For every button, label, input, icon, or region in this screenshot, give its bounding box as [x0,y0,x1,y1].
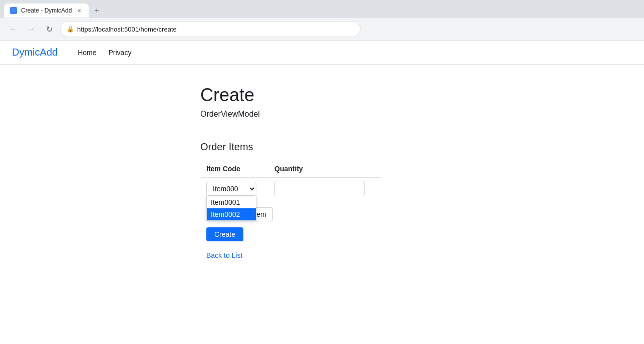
items-table: Item Code Quantity Item0001 Item0002 Ite… [200,161,381,199]
main-form-area: Create OrderViewModel Order Items Item C… [0,65,644,279]
back-nav-button[interactable]: ← [6,22,20,36]
nav-link-privacy[interactable]: Privacy [109,49,132,57]
lock-icon: 🔒 [67,26,74,33]
dropdown-open: Item0001 Item0002 [206,196,256,221]
forward-nav-button[interactable]: → [24,22,38,36]
order-items-title: Order Items [200,141,644,153]
dropdown-option-item0002[interactable]: Item0002 [207,208,256,220]
nav-link-home[interactable]: Home [78,49,96,57]
item-select-container: Item0001 Item0002 Item0001 Item0002 [206,182,262,196]
tab-bar: Create - DymicAdd ✕ + [0,0,644,18]
table-row: Item0001 Item0002 Item0001 Item0002 [200,177,381,199]
item-code-select[interactable]: Item0001 Item0002 [206,182,256,196]
tab-title: Create - DymicAdd [21,7,72,14]
page-subtitle: OrderViewModel [200,110,644,119]
column-quantity: Quantity [268,161,381,177]
navbar-brand[interactable]: DymicAdd [12,47,58,58]
tab-close-button[interactable]: ✕ [76,7,83,14]
reload-button[interactable]: ↻ [42,22,56,36]
new-tab-button[interactable]: + [91,5,103,17]
url-bar[interactable]: 🔒 https://localhost:5001/home/create [60,21,361,37]
page-title: Create [200,85,644,106]
page-content: DymicAdd Home Privacy Create OrderViewMo… [0,41,644,279]
address-bar: ← → ↻ 🔒 https://localhost:5001/home/crea… [0,18,644,40]
item-code-cell: Item0001 Item0002 Item0001 Item0002 [200,177,268,199]
tab-favicon-icon [10,7,17,14]
column-item-code: Item Code [200,161,268,177]
table-header-row: Item Code Quantity [200,161,381,177]
table-actions: Add another item [200,207,644,221]
section-divider [200,131,644,131]
browser-tab[interactable]: Create - DymicAdd ✕ [4,4,89,18]
dropdown-option-item0001[interactable]: Item0001 [207,196,256,208]
back-to-list-link[interactable]: Back to List [200,251,644,259]
navbar: DymicAdd Home Privacy [0,41,644,65]
form-buttons: Create [200,227,644,241]
quantity-cell [268,177,381,199]
create-button[interactable]: Create [206,227,243,241]
url-text: https://localhost:5001/home/create [77,26,177,33]
quantity-input[interactable] [274,181,365,196]
browser-chrome: Create - DymicAdd ✕ + ← → ↻ 🔒 https://lo… [0,0,644,41]
